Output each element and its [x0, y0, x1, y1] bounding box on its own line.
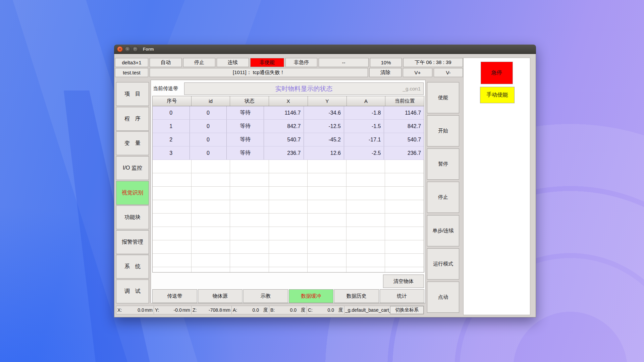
table-empty-cell	[192, 214, 230, 227]
coord-unit: mm	[223, 307, 230, 313]
table-empty-cell	[385, 267, 424, 273]
table-cell: 等待	[227, 106, 264, 119]
switch-frame-button[interactable]: 切换坐标系	[390, 306, 424, 314]
tab-teach[interactable]: 示教	[243, 289, 288, 303]
table-empty-cell	[230, 267, 269, 273]
jog-button[interactable]: 点动	[427, 282, 459, 313]
table-empty-cell	[192, 200, 230, 213]
stop-button[interactable]: 停止	[427, 182, 459, 213]
sidebar-item-function-block[interactable]: 功能块	[116, 205, 149, 229]
table-empty-cell	[346, 214, 385, 227]
coord-unit: mm	[145, 307, 153, 313]
tab-statistics[interactable]: 统计	[380, 289, 425, 303]
table-empty-row	[153, 160, 424, 173]
table-empty-cell	[385, 254, 424, 267]
coord-b: B: 0.0 度	[269, 306, 307, 314]
table-empty-cell	[230, 173, 269, 186]
table-empty-cell	[192, 227, 230, 240]
sidebar-item-alarm-mgmt[interactable]: 报警管理	[116, 230, 149, 254]
table-empty-cell	[385, 200, 424, 213]
robot-model-cell: delta3+1	[115, 58, 148, 67]
table-empty-cell	[385, 173, 424, 186]
table-empty-cell	[346, 160, 385, 173]
speed-down-button[interactable]: V-	[434, 68, 463, 77]
coordinate-frame-name: _g.default_base_cart_sys	[344, 306, 390, 314]
sidebar-item-system[interactable]: 系 统	[116, 255, 149, 279]
sidebar-item-project[interactable]: 项 目	[116, 82, 149, 106]
table-empty-cell	[385, 240, 424, 253]
table-row[interactable]: 1 0 等待 842.7 -12.5 -1.5 842.7	[153, 120, 424, 133]
table-row[interactable]: 2 0 等待 540.7 -45.2 -17.1 540.7	[153, 133, 424, 146]
emergency-stop-button[interactable]: 急停	[481, 62, 513, 84]
coord-label: X:	[117, 307, 122, 313]
table-cell: 1146.7	[384, 106, 424, 119]
window-minimize-button[interactable]: –	[125, 46, 130, 52]
sidebar-item-program[interactable]: 程 序	[116, 107, 149, 131]
column-header: 序号	[153, 96, 192, 106]
table-empty-cell	[153, 160, 192, 173]
step-mode-cell: 连续	[217, 58, 249, 67]
table-header-row: 序号 id 状态 X Y A 当前位置	[153, 96, 424, 106]
table-empty-cell	[346, 173, 385, 186]
bottom-tabs: 传送带 物体源 示教 数据缓冲 数据历史 统计	[152, 289, 424, 303]
toolbar-row-1: delta3+1 自动 停止 连续 非使能 非急停 -- 10% 下午 06 :…	[115, 58, 463, 67]
table-empty-cell	[230, 214, 269, 227]
tab-data-history[interactable]: 数据历史	[334, 289, 379, 303]
coord-a: A: 0.0 度	[232, 306, 269, 314]
coord-unit: 度	[338, 307, 343, 313]
tab-object-source[interactable]: 物体源	[198, 289, 243, 303]
column-header: Y	[308, 96, 347, 106]
manual-enable-button[interactable]: 手动使能	[480, 87, 515, 103]
table-cell: 等待	[227, 120, 264, 133]
coord-label: Z:	[193, 307, 197, 313]
table-empty-cell	[346, 227, 385, 240]
table-empty-row	[153, 267, 424, 273]
table-empty-cell	[192, 240, 230, 253]
clear-objects-button[interactable]: 清空物体	[383, 275, 424, 288]
speed-up-button[interactable]: V+	[403, 68, 432, 77]
sidebar-item-io-monitor[interactable]: I/O 监控	[116, 156, 149, 180]
table-empty-cell	[153, 173, 192, 186]
table-empty-cell	[308, 254, 346, 267]
table-empty-row	[153, 173, 424, 187]
sidebar-item-vision[interactable]: 视觉识别	[116, 181, 149, 205]
enable-state-cell: 非使能	[250, 58, 284, 67]
run-mode-button[interactable]: 运行模式	[427, 248, 459, 280]
tab-data-buffer[interactable]: 数据缓冲	[289, 289, 334, 303]
window-titlebar[interactable]: ✕ – □ Form	[114, 45, 536, 54]
table-cell: 0	[153, 106, 190, 119]
table-empty-cell	[385, 227, 424, 240]
table-empty-cell	[308, 240, 346, 253]
table-cell: 236.7	[384, 146, 424, 160]
table-empty-cell	[346, 254, 385, 267]
window-maximize-button[interactable]: □	[132, 46, 138, 52]
table-empty-cell	[308, 200, 346, 213]
column-header: 状态	[230, 96, 269, 106]
step-continuous-button[interactable]: 单步/连续	[427, 215, 459, 246]
sidebar-item-debug[interactable]: 调 试	[116, 280, 149, 303]
pause-button[interactable]: 暂停	[427, 148, 459, 180]
table-empty-cell	[346, 240, 385, 253]
table-empty-rows	[153, 160, 424, 273]
enable-button[interactable]: 使能	[427, 82, 459, 113]
start-button[interactable]: 开始	[427, 115, 459, 146]
clear-error-button[interactable]: 清除	[369, 68, 401, 77]
table-cell: 12.6	[304, 146, 344, 160]
window-content: delta3+1 自动 停止 连续 非使能 非急停 -- 10% 下午 06 :…	[114, 54, 536, 317]
column-header: X	[269, 96, 308, 106]
sidebar-item-variables[interactable]: 变 量	[116, 131, 149, 155]
table-cell: 0	[190, 120, 227, 133]
coord-y: Y: -0.0 mm	[154, 306, 192, 314]
tab-conveyor[interactable]: 传送带	[152, 289, 197, 303]
table-row[interactable]: 0 0 等待 1146.7 -34.6 -1.8 1146.7	[153, 106, 424, 120]
table-empty-cell	[269, 254, 308, 267]
table-cell: 3	[153, 146, 190, 160]
table-empty-cell	[230, 160, 269, 173]
coord-z: Z: -708.8 mm	[192, 306, 232, 314]
window-close-button[interactable]: ✕	[117, 46, 123, 52]
table-row[interactable]: 3 0 等待 236.7 12.6 -2.5 236.7	[153, 146, 424, 160]
table-empty-cell	[269, 214, 308, 227]
table-empty-cell	[230, 200, 269, 213]
table-empty-cell	[153, 254, 192, 267]
table-empty-row	[153, 214, 424, 227]
